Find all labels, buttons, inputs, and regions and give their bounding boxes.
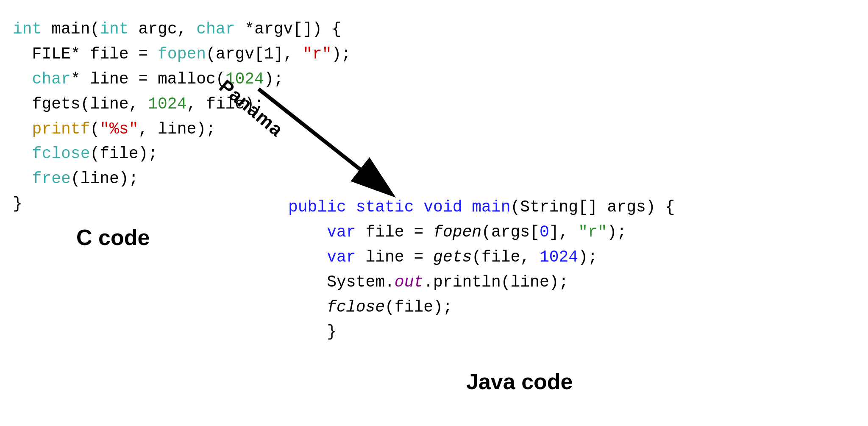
java-line-4: System.out.println(line);: [288, 270, 675, 295]
java-line-5: fclose(file);: [288, 295, 675, 320]
java-line-6: }: [288, 320, 675, 345]
c-line-2: FILE* file = fopen(argv[1], "r");: [13, 42, 351, 67]
java-code-label: Java code: [466, 369, 573, 394]
c-code-label: C code: [76, 225, 150, 250]
arrow-container: [246, 81, 407, 208]
page-container: int main(int argc, char *argv[]) { FILE*…: [0, 0, 868, 426]
java-line-2: var file = fopen(args[0], "r");: [288, 220, 675, 245]
panama-arrow-svg: [246, 81, 407, 208]
svg-line-1: [259, 89, 390, 193]
java-code-block: public static void main(String[] args) {…: [288, 195, 675, 345]
c-line-1: int main(int argc, char *argv[]) {: [13, 17, 351, 42]
java-line-1: public static void main(String[] args) {: [288, 195, 675, 220]
java-line-3: var line = gets(file, 1024);: [288, 245, 675, 270]
